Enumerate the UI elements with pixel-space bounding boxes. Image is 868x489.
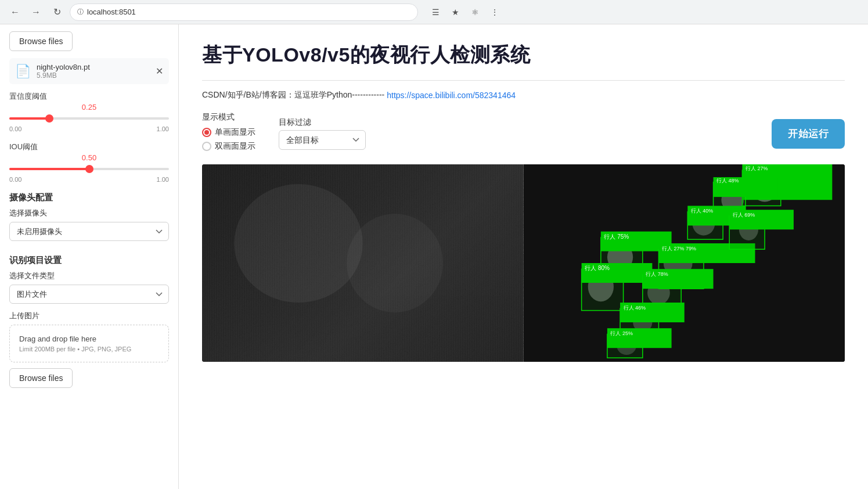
extension-icon[interactable]: ⚛ [467, 4, 483, 20]
page-title: 基于YOLOv8/v5的夜视行人检测系统 [202, 42, 845, 69]
url-text: localhost:8501 [87, 8, 136, 16]
subtitle-link[interactable]: https://space.bilibili.com/582341464 [387, 91, 516, 100]
camera-label: 选择摄像头 [9, 208, 169, 218]
confidence-title: 置信度阈值 [9, 91, 169, 102]
iou-value: 0.50 [9, 153, 169, 162]
file-type-select[interactable]: 图片文件 视频文件 [9, 285, 169, 304]
detections-overlay: 行人 27% 行人 48% 行人 40% [524, 164, 845, 362]
sidebar: Browse files 📄 night-yolov8n.pt 5.9MB ✕ … [0, 24, 179, 489]
confidence-fill [9, 117, 49, 120]
camera-select[interactable]: 未启用摄像头 [9, 222, 169, 241]
file-name: night-yolov8n.pt [37, 63, 156, 71]
subtitle-line: CSDN/知乎/B站/博客园：逗逗班学Python------------ ht… [202, 90, 845, 100]
settings-icon[interactable]: ⋮ [487, 4, 503, 20]
browse-files-bottom-button[interactable]: Browse files [9, 368, 73, 388]
detection-results-panel: 行人 27% 行人 48% 行人 40% [524, 164, 845, 362]
svg-text:行人 27%: 行人 27% [745, 166, 768, 171]
iou-fill [9, 168, 89, 170]
confidence-labels: 0.00 1.00 [9, 125, 169, 132]
main-content: 基于YOLOv8/v5的夜视行人检测系统 CSDN/知乎/B站/博客园：逗逗班学… [179, 24, 868, 489]
radio-single-label: 单画面显示 [215, 127, 255, 138]
svg-text:行人 27% 79%: 行人 27% 79% [662, 246, 696, 251]
filter-dropdown[interactable]: 全部目标 行人 车辆 [279, 130, 366, 150]
browser-chrome: ← → ↻ ⓘ localhost:8501 ☰ ★ ⚛ ⋮ [0, 0, 868, 24]
iou-max: 1.00 [157, 176, 169, 183]
file-type-label: 选择文件类型 [9, 271, 169, 281]
camera-section-header: 摄像头配置 [9, 192, 169, 203]
reader-icon[interactable]: ☰ [427, 4, 444, 20]
confidence-thumb[interactable] [45, 114, 53, 123]
split-display: 行人 27% 行人 48% 行人 40% [202, 164, 845, 362]
confidence-value: 0.25 [9, 103, 169, 112]
file-close-button[interactable]: ✕ [156, 67, 163, 76]
confidence-track [9, 117, 169, 120]
browse-files-top-button[interactable]: Browse files [9, 31, 73, 51]
file-item: 📄 night-yolov8n.pt 5.9MB ✕ [9, 58, 169, 84]
radio-single[interactable]: 单画面显示 [202, 127, 255, 138]
upload-section-label: 上传图片 [9, 311, 169, 321]
lock-icon: ⓘ [77, 8, 84, 16]
iou-min: 0.00 [9, 176, 21, 183]
iou-title: IOU阈值 [9, 142, 169, 152]
svg-text:行人 40%: 行人 40% [690, 208, 713, 214]
star-icon[interactable]: ★ [447, 4, 463, 20]
image-display: 行人 27% 行人 48% 行人 40% [202, 164, 845, 362]
iou-thumb[interactable] [85, 165, 93, 173]
radio-dual-label: 双画面显示 [215, 141, 255, 152]
subtitle-prefix: CSDN/知乎/B站/博客园：逗逗班学Python------------ [202, 90, 384, 100]
svg-text:行人 25%: 行人 25% [610, 330, 633, 336]
iou-track [9, 168, 169, 170]
radio-dual[interactable]: 双画面显示 [202, 141, 255, 152]
filter-label: 目标过滤 [279, 117, 366, 128]
refresh-button[interactable]: ↻ [49, 4, 65, 20]
app-container: Browse files 📄 night-yolov8n.pt 5.9MB ✕ … [0, 24, 868, 489]
svg-text:行人 48%: 行人 48% [716, 178, 739, 184]
iou-labels: 0.00 1.00 [9, 176, 169, 183]
confidence-section: 置信度阈值 0.25 0.00 1.00 [9, 91, 169, 132]
address-bar[interactable]: ⓘ localhost:8501 [70, 3, 418, 21]
thermal-image [202, 164, 524, 362]
forward-button[interactable]: → [28, 4, 44, 20]
radio-dual-btn[interactable] [202, 142, 211, 151]
confidence-max: 1.00 [157, 125, 169, 132]
recognition-section-header: 识别项目设置 [9, 255, 169, 266]
radio-single-btn[interactable] [202, 128, 211, 137]
back-button[interactable]: ← [7, 4, 23, 20]
iou-section: IOU阈值 0.50 0.00 1.00 [9, 142, 169, 183]
svg-text:行人 78%: 行人 78% [646, 271, 668, 277]
svg-text:行人 46%: 行人 46% [623, 305, 646, 311]
upload-area[interactable]: Drag and drop file here Limit 200MB per … [9, 325, 169, 362]
confidence-slider-container[interactable] [9, 113, 169, 124]
confidence-min: 0.00 [9, 125, 21, 132]
display-mode-label: 显示模式 [202, 112, 255, 123]
controls-row: 显示模式 单画面显示 双画面显示 目标过滤 全部目标 行人 车辆 [202, 112, 845, 155]
file-size: 5.9MB [37, 71, 156, 80]
svg-text:行人 80%: 行人 80% [585, 265, 610, 271]
svg-text:行人 75%: 行人 75% [604, 233, 629, 240]
svg-point-3 [347, 214, 443, 312]
iou-slider-container[interactable] [9, 163, 169, 175]
file-info: night-yolov8n.pt 5.9MB [37, 63, 156, 80]
file-icon: 📄 [15, 64, 31, 79]
raw-image-panel [202, 164, 524, 362]
svg-text:行人 69%: 行人 69% [732, 212, 755, 218]
browser-actions: ☰ ★ ⚛ ⋮ [427, 4, 503, 20]
upload-drag-text: Drag and drop file here [19, 335, 159, 343]
filter-section: 目标过滤 全部目标 行人 车辆 [279, 117, 366, 150]
upload-limit-text: Limit 200MB per file • JPG, PNG, JPEG [19, 346, 159, 353]
start-run-button[interactable]: 开始运行 [772, 119, 845, 149]
divider [202, 80, 845, 81]
svg-point-2 [234, 184, 362, 303]
display-mode-section: 显示模式 单画面显示 双画面显示 [202, 112, 255, 155]
